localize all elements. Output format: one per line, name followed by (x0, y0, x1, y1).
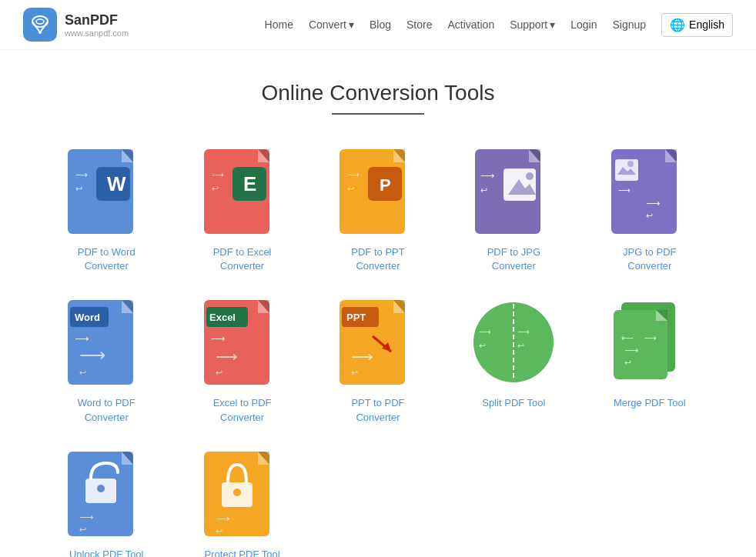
title-underline (332, 113, 424, 115)
tool-label: PDF to WordConverter (78, 245, 135, 273)
tool-label: PDF to ExcelConverter (213, 245, 272, 273)
svg-text:Excel: Excel (209, 312, 236, 323)
svg-text:⟶: ⟶ (216, 348, 238, 365)
svg-text:↩: ↩ (212, 184, 219, 193)
nav-blog[interactable]: Blog (370, 18, 391, 31)
nav-home[interactable]: Home (265, 18, 293, 31)
svg-text:↩: ↩ (79, 525, 86, 534)
svg-text:↩: ↩ (216, 368, 222, 377)
tool-label: Word to PDFConverter (78, 396, 135, 424)
svg-text:Word: Word (75, 312, 100, 323)
svg-point-39 (627, 161, 634, 167)
svg-text:⟶: ⟶ (644, 333, 657, 342)
svg-text:↩: ↩ (75, 184, 82, 193)
tool-merge-pdf[interactable]: ⟵ ⟶ ⟶ ↩ Merge PDF Tool (590, 296, 710, 424)
language-button[interactable]: 🌐 English (661, 13, 733, 37)
svg-text:⟶: ⟶ (75, 333, 89, 345)
svg-text:W: W (107, 172, 126, 195)
tool-label: PDF to JPGConverter (487, 245, 540, 273)
chevron-down-icon: ▾ (349, 18, 354, 31)
chevron-down-icon: ▾ (550, 18, 555, 31)
svg-text:⟶: ⟶ (75, 170, 88, 179)
svg-text:⟶: ⟶ (646, 198, 661, 209)
nav-convert[interactable]: Convert ▾ (309, 18, 354, 31)
tool-label: Split PDF Tool (482, 396, 545, 410)
nav-signup[interactable]: Signup (612, 18, 646, 31)
nav-store[interactable]: Store (406, 18, 432, 31)
nav-support[interactable]: Support ▾ (510, 18, 555, 31)
svg-text:⟶: ⟶ (351, 348, 373, 365)
svg-text:E: E (243, 172, 256, 195)
main-content: Online Conversion Tools ⟶ ↩ W PDF (0, 50, 756, 557)
tools-grid: ⟶ ↩ W PDF to WordConverter ⟶ ↩ (46, 145, 710, 557)
tool-jpg-to-pdf[interactable]: ⟶ ⟶ ↩ JPG to PDFConverter (590, 145, 710, 273)
nav-activation[interactable]: Activation (447, 18, 494, 31)
tool-pdf-to-jpg[interactable]: ⟶ ↩ PDF to JPGConverter (453, 145, 574, 273)
logo-area: SanPDF www.sanpdf.com (23, 8, 129, 42)
svg-text:↩: ↩ (480, 185, 487, 195)
svg-text:↩: ↩ (347, 184, 354, 193)
svg-text:⟶: ⟶ (216, 513, 230, 525)
svg-text:⟶: ⟶ (517, 327, 530, 336)
svg-text:⟶: ⟶ (479, 327, 491, 336)
tool-label: JPG to PDFConverter (623, 245, 676, 273)
svg-point-1 (36, 19, 44, 24)
tool-ppt-to-pdf[interactable]: PPT ⟶ ↩ PPT to PDFConverter (318, 296, 438, 424)
svg-text:P: P (380, 175, 391, 195)
tool-excel-to-pdf[interactable]: Excel ⟶ ⟶ ↩ Excel to PDFConverter (182, 296, 302, 424)
tool-protect-pdf[interactable]: ⟶ ↩ Protect PDF Tool (182, 448, 302, 557)
svg-text:↩: ↩ (216, 526, 222, 535)
page-title: Online Conversion Tools (46, 81, 710, 105)
svg-text:⟶: ⟶ (79, 345, 105, 365)
tool-label: PPT to PDFConverter (351, 396, 404, 424)
tool-label: Protect PDF Tool (205, 548, 280, 557)
logo-icon (23, 8, 57, 42)
header: SanPDF www.sanpdf.com Home Convert ▾ Blo… (0, 0, 756, 50)
svg-text:PPT: PPT (346, 312, 366, 323)
language-label: English (689, 18, 724, 31)
svg-text:↩: ↩ (351, 368, 358, 377)
svg-rect-37 (615, 159, 638, 181)
globe-icon: 🌐 (670, 18, 685, 32)
svg-text:⟶: ⟶ (624, 345, 639, 356)
page-title-area: Online Conversion Tools (46, 81, 710, 115)
svg-point-4 (38, 31, 42, 34)
svg-text:⟵: ⟵ (621, 333, 634, 342)
svg-text:⟶: ⟶ (618, 185, 631, 195)
tool-pdf-to-word[interactable]: ⟶ ↩ W PDF to WordConverter (46, 145, 166, 273)
svg-text:⟶: ⟶ (79, 512, 94, 523)
svg-point-93 (233, 489, 241, 496)
tool-label: PDF to PPTConverter (351, 245, 404, 273)
logo-name: SanPDF (65, 12, 129, 28)
tool-label: Excel to PDFConverter (213, 396, 272, 424)
tool-label: Unlock PDF Tool (69, 548, 144, 557)
svg-text:↩: ↩ (624, 358, 631, 367)
tool-unlock-pdf[interactable]: ⟶ ↩ Unlock PDF Tool (46, 448, 166, 557)
svg-text:↩: ↩ (517, 341, 524, 350)
svg-point-33 (526, 172, 534, 180)
tool-pdf-to-ppt[interactable]: ⟶ ↩ P PDF to PPTConverter (318, 145, 438, 273)
svg-text:⟶: ⟶ (211, 333, 226, 345)
logo-text: SanPDF www.sanpdf.com (65, 12, 129, 38)
logo-url: www.sanpdf.com (65, 28, 129, 38)
svg-text:↩: ↩ (646, 211, 653, 220)
svg-text:⟶: ⟶ (212, 170, 224, 179)
main-nav: Home Convert ▾ Blog Store Activation Sup… (265, 13, 733, 37)
tool-word-to-pdf[interactable]: Word ⟶ ⟶ ↩ Word to PDFConverter (46, 296, 166, 424)
svg-text:⟶: ⟶ (480, 170, 495, 182)
tool-split-pdf[interactable]: ⟶ ↩ ⟶ ↩ Split PDF Tool (453, 296, 574, 424)
tool-label: Merge PDF Tool (614, 396, 686, 410)
nav-login[interactable]: Login (570, 18, 597, 31)
tool-pdf-to-excel[interactable]: ⟶ ↩ E PDF to ExcelConverter (182, 145, 302, 273)
svg-text:⟶: ⟶ (347, 170, 360, 179)
svg-text:↩: ↩ (479, 341, 486, 350)
svg-text:↩: ↩ (79, 368, 86, 377)
svg-point-86 (97, 485, 105, 492)
